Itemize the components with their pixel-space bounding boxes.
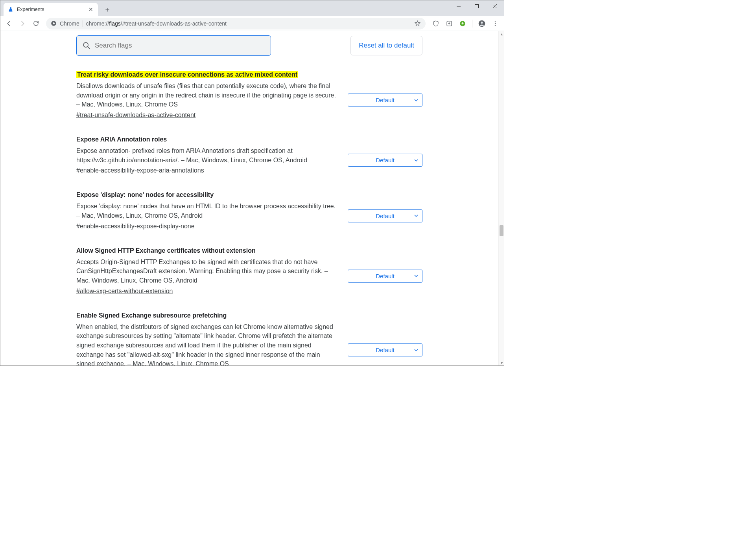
flag-control: Default	[348, 71, 422, 119]
flag-description: Expose 'display: none' nodes that have a…	[76, 202, 340, 220]
flag-control: Default	[348, 136, 422, 174]
url-text: chrome://flags/#treat-unsafe-downloads-a…	[86, 20, 227, 27]
window-titlebar: Experiments ✕ ＋	[0, 0, 504, 16]
separator	[83, 20, 83, 27]
svg-point-5	[53, 22, 55, 24]
flag-description: Accepts Origin-Signed HTTP Exchanges to …	[76, 257, 340, 285]
profile-avatar-icon[interactable]	[476, 18, 487, 29]
flag-row: Treat risky downloads over insecure conn…	[76, 71, 422, 119]
flag-text: Expose ARIA Annotation rolesExpose annot…	[76, 136, 340, 174]
menu-button[interactable]	[490, 18, 501, 29]
search-flags-input[interactable]	[95, 42, 265, 50]
chrome-icon	[51, 20, 57, 26]
flag-description: When enabled, the distributors of signed…	[76, 322, 340, 365]
address-bar[interactable]: Chrome chrome://flags/#treat-unsafe-down…	[46, 18, 426, 29]
flag-row: Enable Signed Exchange subresource prefe…	[76, 312, 422, 365]
page-content: Reset all to default Treat risky downloa…	[0, 31, 504, 365]
origin-label: Chrome	[60, 20, 79, 27]
flag-text: Expose 'display: none' nodes for accessi…	[76, 191, 340, 230]
svg-point-11	[495, 23, 496, 24]
svg-point-9	[481, 21, 483, 23]
flag-title: Expose 'display: none' nodes for accessi…	[76, 191, 214, 198]
svg-point-10	[495, 21, 496, 22]
chevron-down-icon	[414, 274, 418, 278]
svg-point-13	[83, 42, 88, 47]
tab-title: Experiments	[17, 7, 44, 12]
minimize-button[interactable]	[450, 0, 468, 12]
svg-line-14	[88, 46, 90, 49]
extension-download-icon[interactable]	[444, 18, 455, 29]
flag-select-value: Default	[376, 273, 395, 279]
new-tab-button[interactable]: ＋	[102, 4, 113, 15]
extension-idm-icon[interactable]	[457, 18, 468, 29]
bookmark-star-icon[interactable]	[414, 20, 421, 27]
site-info-button[interactable]: Chrome	[51, 20, 79, 27]
flag-select-value: Default	[376, 97, 395, 103]
chevron-down-icon	[414, 98, 418, 102]
window-controls	[450, 0, 504, 12]
search-flags-box[interactable]	[76, 35, 271, 56]
flag-select-value: Default	[376, 157, 395, 163]
chevron-down-icon	[414, 158, 418, 162]
flag-description: Disallows downloads of unsafe files (fil…	[76, 81, 340, 109]
maximize-button[interactable]	[468, 0, 486, 12]
flag-anchor-link[interactable]: #enable-accessibility-expose-aria-annota…	[76, 167, 204, 174]
svg-point-12	[495, 25, 496, 26]
flag-control: Default	[348, 191, 422, 230]
flag-title: Expose ARIA Annotation roles	[76, 136, 167, 143]
close-window-button[interactable]	[486, 0, 504, 12]
flag-select[interactable]: Default	[348, 94, 422, 106]
extension-shield-icon[interactable]	[430, 18, 441, 29]
flag-anchor-link[interactable]: #enable-accessibility-expose-display-non…	[76, 223, 195, 230]
flag-select[interactable]: Default	[348, 343, 422, 356]
flag-row: Allow Signed HTTP Exchange certificates …	[76, 247, 422, 295]
flag-control: Default	[348, 247, 422, 295]
flag-row: Expose ARIA Annotation rolesExpose annot…	[76, 136, 422, 174]
flag-select[interactable]: Default	[348, 209, 422, 222]
back-button[interactable]	[4, 18, 15, 29]
flag-text: Allow Signed HTTP Exchange certificates …	[76, 247, 340, 295]
chevron-down-icon	[414, 348, 418, 352]
flag-text: Enable Signed Exchange subresource prefe…	[76, 312, 340, 365]
flag-select[interactable]: Default	[348, 154, 422, 167]
flag-text: Treat risky downloads over insecure conn…	[76, 71, 340, 119]
flag-title: Allow Signed HTTP Exchange certificates …	[76, 247, 256, 254]
flag-control: Default	[348, 312, 422, 365]
browser-tab[interactable]: Experiments ✕	[4, 3, 98, 16]
flag-select-value: Default	[376, 347, 395, 353]
search-icon	[82, 41, 91, 50]
scroll-thumb[interactable]	[500, 225, 503, 236]
scroll-down-arrow[interactable]: ▾	[499, 360, 504, 365]
close-tab-button[interactable]: ✕	[88, 6, 94, 13]
reload-button[interactable]	[30, 18, 41, 29]
flag-anchor-link[interactable]: #allow-sxg-certs-without-extension	[76, 288, 173, 294]
flag-row: Expose 'display: none' nodes for accessi…	[76, 191, 422, 230]
scroll-up-arrow[interactable]: ▴	[499, 31, 504, 37]
browser-toolbar: Chrome chrome://flags/#treat-unsafe-down…	[0, 16, 504, 31]
flag-select-value: Default	[376, 213, 395, 219]
flag-title: Enable Signed Exchange subresource prefe…	[76, 312, 227, 319]
flag-anchor-link[interactable]: #treat-unsafe-downloads-as-active-conten…	[76, 112, 195, 118]
svg-rect-1	[475, 5, 479, 8]
flags-header: Reset all to default	[0, 31, 498, 60]
reset-all-button[interactable]: Reset all to default	[350, 36, 422, 55]
flask-icon	[7, 6, 14, 13]
toolbar-divider	[472, 20, 472, 28]
flag-title: Treat risky downloads over insecure conn…	[76, 71, 298, 78]
forward-button[interactable]	[17, 18, 28, 29]
flag-description: Expose annotation- prefixed roles from A…	[76, 146, 340, 165]
flags-list: Treat risky downloads over insecure conn…	[76, 60, 422, 365]
flag-select[interactable]: Default	[348, 270, 422, 283]
chevron-down-icon	[414, 214, 418, 218]
vertical-scrollbar[interactable]: ▴ ▾	[498, 31, 504, 365]
